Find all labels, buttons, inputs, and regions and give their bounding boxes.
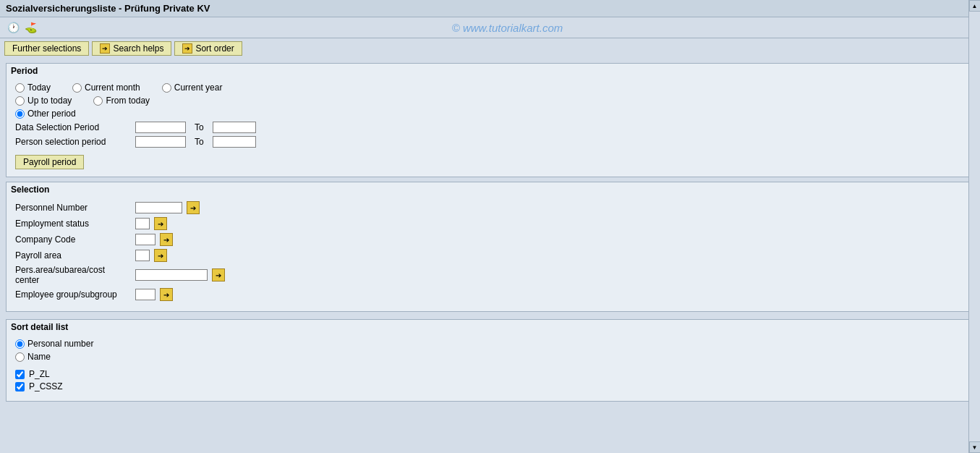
tab-search-helps[interactable]: ➔ Search helps	[92, 41, 171, 56]
company-code-input[interactable]	[135, 234, 155, 245]
payroll-area-label: Payroll area	[15, 250, 131, 261]
radio-from-today-label[interactable]: From today	[93, 96, 150, 106]
personnel-number-row: Personnel Number ➔	[15, 201, 965, 214]
main-content: Period Today Current month Current year	[0, 59, 980, 406]
person-selection-period-from[interactable]	[135, 136, 186, 148]
personnel-number-label: Personnel Number	[15, 203, 131, 213]
radio-current-month-label[interactable]: Current month	[72, 82, 140, 93]
toolbar: 🕐 ⛳ © www.tutorialkart.com	[0, 17, 980, 38]
pers-area-input[interactable]	[135, 269, 208, 281]
tab-bar: Further selections ➔ Search helps ➔ Sort…	[0, 38, 980, 59]
payroll-period-button[interactable]: Payroll period	[15, 155, 84, 169]
scrollbar-up-arrow[interactable]: ▲	[969, 0, 981, 12]
tab-sort-order[interactable]: ➔ Sort order	[174, 41, 242, 56]
radio-today-text: Today	[27, 82, 51, 93]
sort-name-radio[interactable]	[15, 352, 25, 362]
checkboxes-group: P_ZL P_CSSZ	[15, 369, 965, 391]
data-selection-period-row: Data Selection Period To	[15, 122, 965, 133]
data-selection-period-label: Data Selection Period	[15, 122, 131, 132]
pers-area-row: Pers.area/subarea/cost center ➔	[15, 265, 965, 285]
employment-status-row: Employment status ➔	[15, 217, 965, 230]
checkbox-p-zl-label: P_ZL	[29, 369, 50, 379]
period-title: Period	[7, 64, 973, 78]
period-row-2: Up to today From today	[15, 96, 965, 106]
radio-up-to-today[interactable]	[15, 96, 25, 106]
person-selection-period-label: Person selection period	[15, 137, 131, 147]
radio-other-period-text: Other period	[27, 109, 76, 119]
sort-personal-number-label[interactable]: Personal number	[15, 339, 93, 349]
sort-radio-row-1: Personal number	[15, 339, 965, 349]
period-row-1: Today Current month Current year	[15, 82, 965, 93]
sort-personal-number-radio[interactable]	[15, 339, 25, 349]
radio-up-to-today-label[interactable]: Up to today	[15, 96, 72, 106]
window-title: Sozialversicherungsliste - Prüfung Priva…	[6, 3, 210, 14]
checkbox-p-zl[interactable]	[15, 370, 25, 379]
search-helps-arrow-icon: ➔	[100, 43, 110, 54]
sort-order-arrow-icon: ➔	[182, 43, 192, 54]
company-code-label: Company Code	[15, 234, 131, 245]
payroll-area-input[interactable]	[135, 250, 150, 261]
employee-group-input[interactable]	[135, 289, 155, 300]
checkbox-p-cssz[interactable]	[15, 382, 25, 391]
sort-detail-content: Personal number Name P_ZL P_CSSZ	[7, 334, 973, 401]
pers-area-label: Pers.area/subarea/cost center	[15, 265, 131, 285]
sort-radio-row-2: Name	[15, 352, 965, 362]
tab-further-selections[interactable]: Further selections	[4, 41, 89, 56]
search-helps-label: Search helps	[113, 43, 163, 54]
sort-name-text: Name	[27, 352, 51, 362]
sort-name-label[interactable]: Name	[15, 352, 51, 362]
personnel-number-input[interactable]	[135, 202, 182, 213]
radio-current-month[interactable]	[72, 83, 82, 93]
company-code-select-btn[interactable]: ➔	[160, 233, 173, 246]
employment-status-select-btn[interactable]: ➔	[154, 217, 167, 230]
radio-current-year-label[interactable]: Current year	[162, 82, 223, 93]
employee-group-row: Employee group/subgroup ➔	[15, 288, 965, 301]
flag-icon[interactable]: ⛳	[23, 20, 38, 35]
watermark: © www.tutorialkart.com	[41, 22, 974, 34]
radio-current-year[interactable]	[162, 83, 171, 93]
data-selection-period-from[interactable]	[135, 122, 186, 133]
to-label-1: To	[195, 122, 204, 132]
sort-personal-number-text: Personal number	[27, 339, 93, 349]
selection-title: Selection	[7, 182, 973, 197]
selection-content: Personnel Number ➔ Employment status ➔ C…	[7, 197, 973, 311]
sort-order-label: Sort order	[195, 43, 234, 54]
employment-status-input[interactable]	[135, 218, 150, 229]
clock-icon[interactable]: 🕐	[6, 20, 20, 35]
payroll-area-select-btn[interactable]: ➔	[154, 249, 167, 262]
company-code-row: Company Code ➔	[15, 233, 965, 246]
radio-current-month-text: Current month	[85, 82, 140, 93]
title-bar: Sozialversicherungsliste - Prüfung Priva…	[0, 0, 980, 17]
sort-detail-section: Sort detail list Personal number Name	[6, 319, 974, 402]
person-selection-period-row: Person selection period To	[15, 136, 965, 148]
radio-today-label[interactable]: Today	[15, 82, 51, 93]
person-selection-period-to[interactable]	[213, 136, 256, 148]
checkbox-p-cssz-row: P_CSSZ	[15, 381, 965, 391]
sort-detail-title: Sort detail list	[7, 320, 973, 334]
pers-area-select-btn[interactable]: ➔	[212, 268, 225, 281]
radio-today[interactable]	[15, 83, 25, 93]
period-row-3: Other period	[15, 109, 965, 119]
scrollbar-right[interactable]: ▲ ▼	[968, 0, 980, 406]
payroll-area-row: Payroll area ➔	[15, 249, 965, 262]
employee-group-label: Employee group/subgroup	[15, 289, 131, 300]
radio-from-today[interactable]	[93, 96, 103, 106]
selection-section: Selection Personnel Number ➔ Employment …	[6, 182, 974, 312]
period-section: Period Today Current month Current year	[6, 63, 974, 177]
checkbox-p-cssz-label: P_CSSZ	[29, 381, 63, 391]
checkbox-p-zl-row: P_ZL	[15, 369, 965, 379]
employee-group-select-btn[interactable]: ➔	[160, 288, 173, 301]
data-selection-period-to[interactable]	[213, 122, 256, 133]
radio-current-year-text: Current year	[174, 82, 223, 93]
period-content: Today Current month Current year Up to t…	[7, 78, 973, 177]
employment-status-label: Employment status	[15, 219, 131, 229]
further-selections-label: Further selections	[12, 43, 81, 54]
radio-other-period-label[interactable]: Other period	[15, 109, 76, 119]
radio-other-period[interactable]	[15, 109, 25, 119]
to-label-2: To	[195, 137, 204, 147]
radio-from-today-text: From today	[106, 96, 150, 106]
radio-up-to-today-text: Up to today	[27, 96, 72, 106]
payroll-period-label: Payroll period	[23, 157, 76, 167]
personnel-number-select-btn[interactable]: ➔	[187, 201, 200, 214]
